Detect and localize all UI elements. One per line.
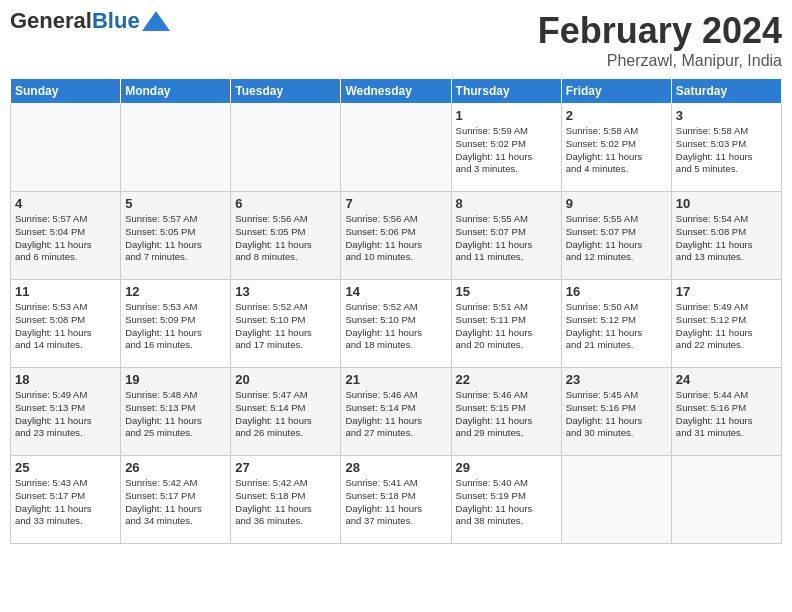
week-row-1: 1Sunrise: 5:59 AM Sunset: 5:02 PM Daylig… <box>11 104 782 192</box>
day-number: 13 <box>235 284 336 299</box>
logo-text: GeneralBlue <box>10 10 140 32</box>
calendar-cell <box>11 104 121 192</box>
calendar-cell: 6Sunrise: 5:56 AM Sunset: 5:05 PM Daylig… <box>231 192 341 280</box>
day-number: 1 <box>456 108 557 123</box>
day-number: 29 <box>456 460 557 475</box>
day-info: Sunrise: 5:55 AM Sunset: 5:07 PM Dayligh… <box>566 213 667 264</box>
calendar-cell <box>341 104 451 192</box>
day-info: Sunrise: 5:55 AM Sunset: 5:07 PM Dayligh… <box>456 213 557 264</box>
calendar-cell: 21Sunrise: 5:46 AM Sunset: 5:14 PM Dayli… <box>341 368 451 456</box>
day-number: 21 <box>345 372 446 387</box>
day-info: Sunrise: 5:41 AM Sunset: 5:18 PM Dayligh… <box>345 477 446 528</box>
calendar-cell: 18Sunrise: 5:49 AM Sunset: 5:13 PM Dayli… <box>11 368 121 456</box>
day-info: Sunrise: 5:56 AM Sunset: 5:05 PM Dayligh… <box>235 213 336 264</box>
header-cell-tuesday: Tuesday <box>231 79 341 104</box>
day-info: Sunrise: 5:54 AM Sunset: 5:08 PM Dayligh… <box>676 213 777 264</box>
calendar-cell: 1Sunrise: 5:59 AM Sunset: 5:02 PM Daylig… <box>451 104 561 192</box>
day-info: Sunrise: 5:56 AM Sunset: 5:06 PM Dayligh… <box>345 213 446 264</box>
header-cell-thursday: Thursday <box>451 79 561 104</box>
calendar-cell: 7Sunrise: 5:56 AM Sunset: 5:06 PM Daylig… <box>341 192 451 280</box>
calendar-cell: 16Sunrise: 5:50 AM Sunset: 5:12 PM Dayli… <box>561 280 671 368</box>
day-number: 27 <box>235 460 336 475</box>
week-row-4: 18Sunrise: 5:49 AM Sunset: 5:13 PM Dayli… <box>11 368 782 456</box>
day-number: 9 <box>566 196 667 211</box>
day-info: Sunrise: 5:49 AM Sunset: 5:13 PM Dayligh… <box>15 389 116 440</box>
week-row-5: 25Sunrise: 5:43 AM Sunset: 5:17 PM Dayli… <box>11 456 782 544</box>
calendar-cell <box>231 104 341 192</box>
day-info: Sunrise: 5:52 AM Sunset: 5:10 PM Dayligh… <box>235 301 336 352</box>
day-number: 16 <box>566 284 667 299</box>
page-header: GeneralBlue February 2024 Pherzawl, Mani… <box>10 10 782 70</box>
day-info: Sunrise: 5:53 AM Sunset: 5:08 PM Dayligh… <box>15 301 116 352</box>
calendar-cell <box>561 456 671 544</box>
calendar-cell: 28Sunrise: 5:41 AM Sunset: 5:18 PM Dayli… <box>341 456 451 544</box>
calendar-cell: 13Sunrise: 5:52 AM Sunset: 5:10 PM Dayli… <box>231 280 341 368</box>
calendar-cell: 12Sunrise: 5:53 AM Sunset: 5:09 PM Dayli… <box>121 280 231 368</box>
logo-icon <box>142 11 170 31</box>
day-number: 23 <box>566 372 667 387</box>
calendar-cell: 4Sunrise: 5:57 AM Sunset: 5:04 PM Daylig… <box>11 192 121 280</box>
day-number: 22 <box>456 372 557 387</box>
calendar-cell: 26Sunrise: 5:42 AM Sunset: 5:17 PM Dayli… <box>121 456 231 544</box>
calendar-cell: 27Sunrise: 5:42 AM Sunset: 5:18 PM Dayli… <box>231 456 341 544</box>
week-row-3: 11Sunrise: 5:53 AM Sunset: 5:08 PM Dayli… <box>11 280 782 368</box>
day-info: Sunrise: 5:57 AM Sunset: 5:05 PM Dayligh… <box>125 213 226 264</box>
calendar-cell: 9Sunrise: 5:55 AM Sunset: 5:07 PM Daylig… <box>561 192 671 280</box>
calendar-cell: 17Sunrise: 5:49 AM Sunset: 5:12 PM Dayli… <box>671 280 781 368</box>
day-info: Sunrise: 5:50 AM Sunset: 5:12 PM Dayligh… <box>566 301 667 352</box>
day-info: Sunrise: 5:45 AM Sunset: 5:16 PM Dayligh… <box>566 389 667 440</box>
header-cell-wednesday: Wednesday <box>341 79 451 104</box>
day-info: Sunrise: 5:52 AM Sunset: 5:10 PM Dayligh… <box>345 301 446 352</box>
day-number: 3 <box>676 108 777 123</box>
day-info: Sunrise: 5:59 AM Sunset: 5:02 PM Dayligh… <box>456 125 557 176</box>
day-number: 8 <box>456 196 557 211</box>
day-number: 19 <box>125 372 226 387</box>
calendar-cell: 20Sunrise: 5:47 AM Sunset: 5:14 PM Dayli… <box>231 368 341 456</box>
day-number: 11 <box>15 284 116 299</box>
day-info: Sunrise: 5:47 AM Sunset: 5:14 PM Dayligh… <box>235 389 336 440</box>
logo: GeneralBlue <box>10 10 170 32</box>
calendar-location: Pherzawl, Manipur, India <box>538 52 782 70</box>
day-number: 15 <box>456 284 557 299</box>
calendar-cell: 19Sunrise: 5:48 AM Sunset: 5:13 PM Dayli… <box>121 368 231 456</box>
calendar-cell: 29Sunrise: 5:40 AM Sunset: 5:19 PM Dayli… <box>451 456 561 544</box>
calendar-cell: 11Sunrise: 5:53 AM Sunset: 5:08 PM Dayli… <box>11 280 121 368</box>
header-cell-saturday: Saturday <box>671 79 781 104</box>
day-number: 10 <box>676 196 777 211</box>
header-row: SundayMondayTuesdayWednesdayThursdayFrid… <box>11 79 782 104</box>
calendar-cell: 22Sunrise: 5:46 AM Sunset: 5:15 PM Dayli… <box>451 368 561 456</box>
day-info: Sunrise: 5:58 AM Sunset: 5:03 PM Dayligh… <box>676 125 777 176</box>
calendar-cell: 5Sunrise: 5:57 AM Sunset: 5:05 PM Daylig… <box>121 192 231 280</box>
day-number: 6 <box>235 196 336 211</box>
calendar-cell: 10Sunrise: 5:54 AM Sunset: 5:08 PM Dayli… <box>671 192 781 280</box>
day-number: 24 <box>676 372 777 387</box>
day-number: 25 <box>15 460 116 475</box>
day-info: Sunrise: 5:46 AM Sunset: 5:14 PM Dayligh… <box>345 389 446 440</box>
svg-marker-0 <box>142 11 170 31</box>
day-info: Sunrise: 5:46 AM Sunset: 5:15 PM Dayligh… <box>456 389 557 440</box>
day-number: 4 <box>15 196 116 211</box>
day-number: 14 <box>345 284 446 299</box>
day-number: 17 <box>676 284 777 299</box>
day-info: Sunrise: 5:53 AM Sunset: 5:09 PM Dayligh… <box>125 301 226 352</box>
day-number: 20 <box>235 372 336 387</box>
header-cell-friday: Friday <box>561 79 671 104</box>
day-number: 28 <box>345 460 446 475</box>
day-info: Sunrise: 5:42 AM Sunset: 5:17 PM Dayligh… <box>125 477 226 528</box>
day-number: 5 <box>125 196 226 211</box>
calendar-cell <box>671 456 781 544</box>
calendar-title: February 2024 <box>538 10 782 52</box>
calendar-cell: 25Sunrise: 5:43 AM Sunset: 5:17 PM Dayli… <box>11 456 121 544</box>
header-cell-monday: Monday <box>121 79 231 104</box>
day-number: 12 <box>125 284 226 299</box>
day-number: 26 <box>125 460 226 475</box>
calendar-cell <box>121 104 231 192</box>
title-block: February 2024 Pherzawl, Manipur, India <box>538 10 782 70</box>
day-info: Sunrise: 5:49 AM Sunset: 5:12 PM Dayligh… <box>676 301 777 352</box>
day-info: Sunrise: 5:44 AM Sunset: 5:16 PM Dayligh… <box>676 389 777 440</box>
calendar-cell: 24Sunrise: 5:44 AM Sunset: 5:16 PM Dayli… <box>671 368 781 456</box>
day-info: Sunrise: 5:43 AM Sunset: 5:17 PM Dayligh… <box>15 477 116 528</box>
day-number: 2 <box>566 108 667 123</box>
calendar-cell: 23Sunrise: 5:45 AM Sunset: 5:16 PM Dayli… <box>561 368 671 456</box>
day-number: 7 <box>345 196 446 211</box>
